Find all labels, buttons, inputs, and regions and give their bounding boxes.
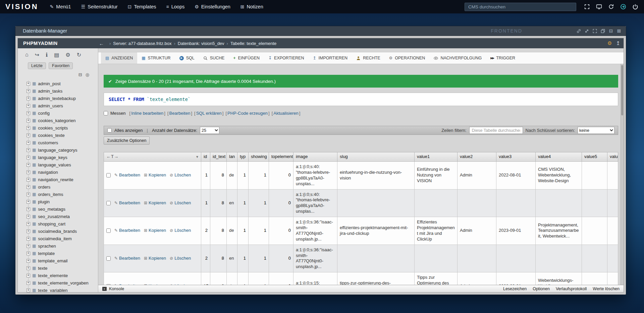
expand-plus-icon[interactable]: + [26,281,30,285]
column-header-slug[interactable]: slug [337,152,415,162]
expand-plus-icon[interactable]: + [26,134,30,137]
expand-plus-icon[interactable]: + [26,82,30,86]
sort-key-select[interactable]: keine [578,127,614,134]
row-checkbox[interactable] [106,201,111,205]
expand-plus-icon[interactable]: + [26,200,30,204]
chain-icon[interactable] [576,28,582,34]
tree-table-navigation[interactable]: +▦navigation [26,168,98,176]
column-header-value2[interactable]: value2 [458,152,496,162]
tree-table-customers[interactable]: +▦customers [26,139,98,146]
delete-link[interactable]: ⊘Löschen [170,256,191,261]
pma-logo[interactable]: PHPMYADMIN [18,41,96,46]
tree-table-seo_metatags[interactable]: +▦seo_metatags [26,205,98,213]
tree-table-cookies_scripts[interactable]: +▦cookies_scripts [26,124,98,132]
tab-einf-gen[interactable]: +EINFÜGEN [229,52,264,64]
resize-icon[interactable] [584,28,590,34]
tree-table-plugin[interactable]: +▦plugin [26,198,98,205]
expand-plus-icon[interactable]: + [26,222,30,226]
profiling-checkbox[interactable] [104,111,108,115]
tab-rechte[interactable]: RECHTE [352,52,384,64]
copy-link[interactable]: ⊞Kopieren [144,200,166,206]
tree-table-admin_post[interactable]: +▦admin_post [26,80,98,87]
delete-link[interactable]: ⊘Löschen [170,228,191,233]
tab-importieren[interactable]: ↥IMPORTIEREN [308,52,352,64]
tree-table-seo_zusatzmeta[interactable]: +▦seo_zusatzmeta [26,213,98,220]
expand-plus-icon[interactable]: + [26,163,30,167]
copy-link[interactable]: ⊞Kopieren [144,256,166,261]
scrollbar-thumb[interactable] [621,65,623,115]
nav-tab-favoriten[interactable]: Favoriten [49,62,73,69]
column-options-icon[interactable]: ▼ [196,155,199,159]
content-scrollbar[interactable] [621,64,624,285]
query-op-link-aktualisieren[interactable]: Aktualisieren [273,111,298,116]
tab-nachverfolgung[interactable]: NACHVERFOLGUNG [429,52,486,64]
expand-plus-icon[interactable]: + [26,289,30,292]
query-op-link-sql-erkl-ren[interactable]: SQL erklären [196,111,222,116]
tree-table-admin_textebackup[interactable]: +▦admin_textebackup [26,95,98,102]
extra-options-button[interactable]: Zusätzliche Optionen [104,137,150,145]
tree-table-orders[interactable]: +▦orders [26,183,98,191]
expand-plus-icon[interactable]: + [26,119,30,122]
settings-icon[interactable]: ⚙ [607,40,612,46]
expand-plus-icon[interactable]: + [26,193,30,196]
copy-link[interactable]: ⊞Kopieren [144,283,166,285]
menu-item-loops[interactable]: ≡Loops [166,4,185,9]
expand-plus-icon[interactable]: + [26,170,30,174]
expand-plus-icon[interactable]: + [26,252,30,255]
query-op-link-inline-bearbeiten[interactable]: Inline bearbeiten [131,111,163,116]
nav-tab-letzte[interactable]: Letzte [28,62,46,69]
tab-exportieren[interactable]: ↧EXPORTIEREN [264,52,308,64]
console-link-lesezeichen[interactable]: Lesezeichen [503,286,527,291]
tree-table-template_email[interactable]: +▦template_email [26,257,98,264]
tree-table-language_values[interactable]: +▦language_values [26,161,98,168]
tab-anzeigen[interactable]: ▤ANZEIGEN [101,52,137,64]
tree-table-shopping_cart[interactable]: +▦shopping_cart [26,220,98,227]
expand-plus-icon[interactable]: + [26,244,30,248]
tab-trigger[interactable]: ▶▶TRIGGER [486,52,520,64]
menu-item-notizen[interactable]: ⊞Notizen [240,4,263,9]
link-icon[interactable]: ◎ [86,72,89,77]
tree-table-navigation_rewrite[interactable]: +▦navigation_rewrite [26,176,98,183]
expand-plus-icon[interactable]: + [26,178,30,181]
expand-plus-icon[interactable]: + [26,185,30,189]
tree-table-cookies_texte[interactable]: +▦cookies_texte [26,132,98,139]
breadcrumb-item[interactable]: Tabelle: texte_elemente [230,41,276,46]
console-link-verlaufsprotokoll[interactable]: Verlaufsprotokoll [556,286,587,291]
column-header-image[interactable]: image [293,152,337,162]
expand-plus-icon[interactable]: + [26,141,30,145]
column-header-id_text[interactable]: id_text [210,152,227,162]
display-icon[interactable] [596,3,602,10]
tree-table-admin_tasks[interactable]: +▦admin_tasks [26,87,98,95]
tree-table-texte_variablen[interactable]: +▦texte_variablen [26,286,98,292]
expand-plus-icon[interactable]: + [26,259,30,263]
edit-link[interactable]: ✎Bearbeiten [114,228,140,233]
close-icon[interactable]: ⊠ [616,28,622,34]
expand-plus-icon[interactable]: + [26,126,30,130]
column-header-value5[interactable]: value5 [582,152,607,162]
edit-link[interactable]: ✎Bearbeiten [114,200,140,206]
window-titlebar[interactable]: Datenbank-Manager FRONTEND ⊟⊠ [15,26,626,36]
column-header-typ[interactable]: typ [237,152,249,162]
menu-item-einstellungen[interactable]: ⚙Einstellungen [195,4,230,9]
docs-icon[interactable]: ▤ [54,52,59,58]
menu-item-templates[interactable]: ⊡Templates [128,4,156,9]
gear-icon[interactable]: ⚙ [65,52,70,58]
expand-plus-icon[interactable]: + [26,207,30,211]
tab-operationen[interactable]: ⚙OPERATIONEN [385,52,430,64]
tree-table-socialmedia_brands[interactable]: +▦socialmedia_brands [26,227,98,235]
edit-link[interactable]: ✎Bearbeiten [114,256,140,261]
expand-plus-icon[interactable]: + [26,229,30,233]
row-checkbox[interactable] [106,284,111,285]
tree-table-socialmedia_item[interactable]: +▦socialmedia_item [26,235,98,242]
tree-table-language_keys[interactable]: +▦language_keys [26,154,98,161]
collapse-all-icon[interactable]: ⊟ [78,72,82,77]
tree-table-sprachen[interactable]: +▦sprachen [26,242,98,250]
breadcrumb-item[interactable]: Server: a77-database.fritz.box [113,41,171,46]
minimize-icon[interactable]: ⊟ [608,28,614,34]
expand-plus-icon[interactable]: + [26,215,30,218]
column-header-value6[interactable]: value6 [607,152,618,162]
expand-plus-icon[interactable]: + [26,148,30,152]
row-checkbox[interactable] [106,256,111,261]
sort-arrows[interactable]: ←T→ [106,154,119,159]
info-icon[interactable]: ℹ [46,52,48,58]
